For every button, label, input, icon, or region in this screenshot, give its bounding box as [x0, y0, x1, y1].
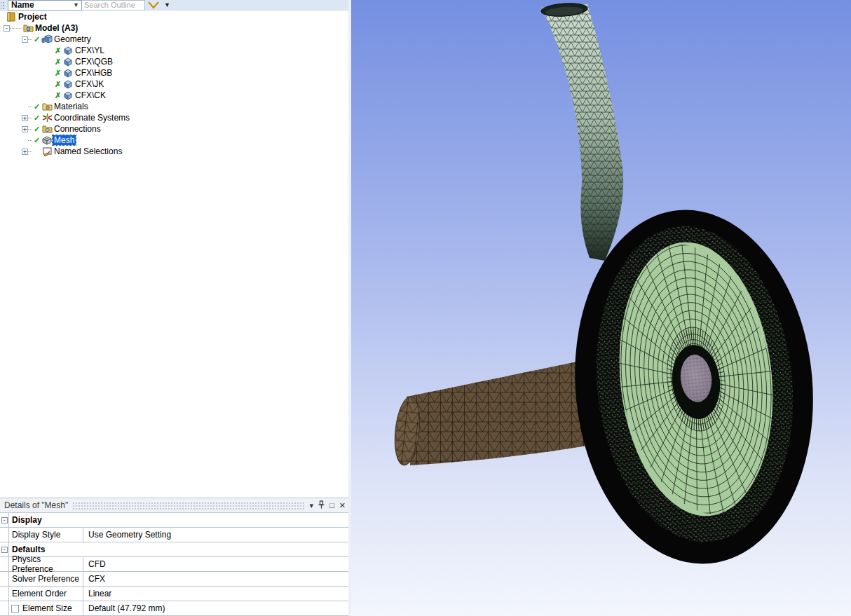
details-kv-row[interactable]: Solver Preference CFX [0, 572, 348, 587]
graphics-viewport[interactable] [351, 0, 851, 616]
body-cube-icon [62, 90, 74, 100]
body-cube-icon [62, 79, 74, 89]
maximize-icon[interactable]: □ [329, 502, 334, 509]
coordinate-systems-icon [41, 113, 53, 123]
body-cube-icon [62, 57, 74, 67]
geometry-icon [41, 34, 53, 44]
body-status-icon: ✗ [53, 80, 62, 89]
tree-item-named-selections[interactable]: + Named Selections [0, 146, 348, 157]
body-status-icon: ✗ [53, 69, 62, 78]
property-value[interactable]: CFX [83, 572, 348, 586]
body-cube-icon [62, 68, 74, 78]
pin-icon[interactable] [318, 500, 325, 510]
outline-toolbar: Name ▼ ▼ [0, 0, 348, 11]
ansys-meshing-window: Name ▼ ▼ Project - [0, 0, 851, 616]
body-cube-icon [62, 46, 74, 55]
details-title: Details of "Mesh" [4, 500, 68, 510]
property-value[interactable]: Linear [83, 587, 348, 601]
check-icon: ✓ [32, 136, 41, 145]
details-category-row[interactable]: - Display [0, 513, 348, 528]
check-icon: ✓ [32, 102, 41, 111]
collapse-box[interactable]: - [1, 547, 8, 553]
tree-item-connections[interactable]: + ✓ Connections [0, 123, 348, 135]
body-status-icon: ✗ [53, 57, 62, 67]
outline-tree: Project - Model (A3) - ✓ Geometry [0, 11, 348, 498]
filter-type-label: Name [11, 0, 34, 10]
tree-item-cfx-hgb[interactable]: ✗ CFX\HGB [0, 67, 348, 78]
tree-item-project[interactable]: Project [0, 11, 348, 22]
property-key: Display Style [9, 528, 83, 542]
toolbar-options-caret-icon[interactable]: ▼ [164, 1, 170, 8]
collapse-box[interactable]: - [4, 25, 10, 32]
details-dropdown-icon[interactable]: ▾ [310, 502, 314, 509]
model-icon [22, 23, 34, 33]
details-kv-row[interactable]: Element Size Default (47.792 mm) [0, 601, 348, 616]
tree-item-materials[interactable]: ✓ Materials [0, 101, 348, 112]
expand-box[interactable]: + [22, 115, 28, 121]
property-key: Solver Preference [9, 572, 83, 586]
property-key: Element Order [9, 587, 83, 601]
tree-item-geometry[interactable]: - ✓ Geometry [0, 34, 348, 45]
element-size-checkbox[interactable] [11, 605, 19, 612]
filter-type-dropdown[interactable]: Name ▼ [8, 0, 82, 11]
property-value[interactable]: Use Geometry Setting [83, 528, 348, 542]
mesh-icon [41, 135, 53, 145]
chevron-down-icon: ▼ [73, 2, 79, 8]
body-status-icon: ✗ [53, 91, 62, 100]
expand-search-chevron-icon[interactable] [147, 1, 160, 10]
tree-item-cfx-ck[interactable]: ✗ CFX\CK [0, 90, 348, 101]
property-value[interactable]: CFD [83, 557, 348, 571]
tree-item-mesh[interactable]: ✓ Mesh [0, 135, 348, 146]
collapse-box[interactable]: - [1, 517, 8, 523]
property-key: Element Size [9, 601, 83, 615]
expand-box[interactable]: + [22, 126, 28, 132]
expand-box[interactable]: + [22, 149, 28, 155]
tree-item-cfx-qgb[interactable]: ✗ CFX\QGB [0, 56, 348, 67]
project-icon [6, 12, 17, 22]
details-kv-row[interactable]: Display Style Use Geometry Setting [0, 528, 348, 542]
details-header[interactable]: Details of "Mesh" ▾ □ ✕ [0, 498, 348, 513]
body-status-icon: ✗ [53, 46, 62, 55]
details-kv-row[interactable]: Element Order Linear [0, 587, 348, 601]
tree-item-coordinate-systems[interactable]: + ✓ Coordinate Systems [0, 112, 348, 123]
category-label: Display [9, 513, 348, 527]
check-icon: ✓ [32, 35, 41, 44]
property-key: Physics Preference [9, 557, 83, 571]
tree-item-model[interactable]: - Model (A3) [0, 22, 348, 34]
check-icon: ✓ [32, 114, 41, 123]
search-input[interactable] [82, 0, 145, 11]
toolbar-grip-handle[interactable] [1, 1, 6, 10]
close-icon[interactable]: ✕ [339, 502, 346, 509]
named-selections-icon [41, 146, 53, 156]
collapse-box[interactable]: - [22, 36, 28, 43]
details-header-texture [72, 502, 304, 509]
materials-icon [41, 102, 53, 111]
tree-item-cfx-jk[interactable]: ✗ CFX\JK [0, 78, 348, 90]
tree-item-cfx-yl[interactable]: ✗ CFX\YL [0, 45, 348, 56]
details-kv-row[interactable]: Physics Preference CFD [0, 557, 348, 572]
mesh-model-view [351, 0, 851, 616]
check-icon: ✓ [32, 125, 41, 134]
property-value[interactable]: Default (47.792 mm) [83, 601, 348, 615]
outline-panel: Name ▼ ▼ Project - [0, 0, 348, 616]
connections-icon [41, 124, 53, 134]
details-panel: Details of "Mesh" ▾ □ ✕ - Display Displa… [0, 498, 348, 616]
